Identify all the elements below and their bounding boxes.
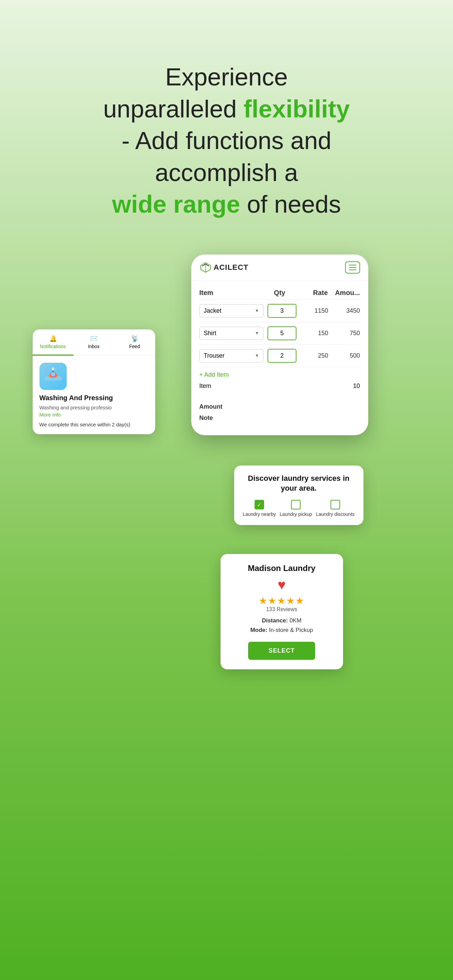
checkbox-discounts[interactable] (331, 500, 340, 509)
item-select-shirt[interactable]: Shirt ▼ (199, 327, 264, 340)
qty-input-trouser[interactable] (267, 349, 296, 363)
discover-title: Discover laundry services in your area. (241, 474, 357, 493)
headline-line3: of needs (240, 191, 341, 218)
logo-icon (199, 261, 212, 274)
total-items-label: Item (199, 382, 211, 390)
item-value-jacket: Jacket (204, 307, 222, 314)
table-row: Jacket ▼ 1150 3450 (199, 300, 360, 322)
menu-button[interactable] (345, 261, 360, 274)
stars: ★★★★★ (229, 595, 335, 606)
table-row: Shirt ▼ 150 750 (199, 322, 360, 345)
service-icon (40, 363, 67, 390)
amount-trouser: 500 (332, 352, 360, 360)
distance-label: Distance: (262, 617, 288, 624)
rate-shirt: 150 (300, 330, 328, 337)
option-pickup: Laundry pickup (280, 500, 312, 517)
item-select-trouser[interactable]: Trouser ▼ (199, 349, 264, 363)
phone-bottom-fields: Amount Note (191, 403, 368, 422)
feed-icon: 📡 (131, 335, 138, 342)
laundry-card-title: Madison Laundry (229, 563, 335, 573)
option-discounts-label: Laundry discounts (316, 511, 354, 517)
option-nearby: ✓ Laundry nearby (243, 500, 276, 517)
tab-inbox[interactable]: ✉️ Inbox (73, 329, 114, 356)
table-row: Trouser ▼ 250 500 (199, 345, 360, 367)
headline-keyword1: flexibility (244, 95, 350, 123)
col-header-item: Item (199, 289, 264, 297)
mode-label: Mode: (250, 627, 267, 633)
item-value-trouser: Trouser (204, 352, 225, 360)
col-header-amount: Amou... (328, 289, 360, 297)
tab-feed-label: Feed (129, 344, 140, 349)
table-header: Item Qty Rate Amou... (199, 286, 360, 300)
checkmark-icon: ✓ (257, 501, 261, 508)
amount-jacket: 3450 (332, 307, 360, 314)
svg-point-5 (52, 368, 54, 370)
option-discounts: Laundry discounts (316, 500, 354, 517)
headline-keyword2: wide range (112, 191, 240, 218)
add-item-link[interactable]: + Add Item (199, 371, 360, 379)
headline-section: Experience unparalleled flexibility - Ad… (73, 0, 380, 241)
qty-input-shirt[interactable] (267, 326, 296, 340)
ham-line-1 (349, 265, 356, 266)
col-header-qty: Qty (264, 289, 296, 297)
rate-trouser: 250 (300, 352, 328, 360)
distance-info: Distance: 0KM (229, 617, 335, 624)
svg-point-4 (51, 372, 55, 376)
note-field-label: Note (199, 414, 360, 422)
col-header-rate: Rate (296, 289, 328, 297)
discover-options: ✓ Laundry nearby Laundry pickup Laundry … (241, 500, 357, 517)
notif-content: Washing And Pressing Washing and pressin… (33, 356, 155, 434)
mode-info: Mode: In-store & Pickup (229, 627, 335, 633)
tab-inbox-label: Inbox (88, 344, 99, 349)
tab-notifications[interactable]: 🔔 Notifications (33, 329, 73, 356)
phone-mockup: ACILECT Item Qty Rate Amou... Jacket ▼ (191, 255, 368, 435)
rate-jacket: 1150 (300, 307, 328, 314)
option-nearby-label: Laundry nearby (243, 511, 276, 517)
item-select-jacket[interactable]: Jacket ▼ (199, 304, 264, 318)
dropdown-arrow: ▼ (255, 353, 259, 358)
reviews-count: 133 Reviews (229, 606, 335, 612)
phone-header: ACILECT (191, 255, 368, 281)
notif-tabs: 🔔 Notifications ✉️ Inbox 📡 Feed (33, 329, 155, 356)
option-pickup-label: Laundry pickup (280, 511, 312, 517)
ui-showcase: ACILECT Item Qty Rate Amou... Jacket ▼ (22, 255, 431, 980)
notif-more-info[interactable]: More Info (40, 412, 148, 417)
amount-field-label: Amount (199, 403, 360, 410)
item-value-shirt: Shirt (204, 330, 216, 337)
qty-input-jacket[interactable] (267, 304, 296, 318)
ham-line-3 (349, 269, 356, 270)
checkbox-pickup[interactable] (291, 500, 300, 509)
ham-line-2 (349, 267, 356, 268)
headline-line2: - Add functions and accomplish a (121, 127, 331, 186)
notif-completion: We complete this service within 2 day(s) (40, 422, 148, 427)
tab-feed[interactable]: 📡 Feed (114, 329, 155, 356)
notif-title: Washing And Pressing (40, 394, 148, 402)
inbox-icon: ✉️ (90, 335, 98, 342)
total-items-value: 10 (353, 382, 360, 390)
checkbox-nearby[interactable]: ✓ (254, 500, 264, 509)
mode-value: In-store & Pickup (269, 627, 313, 633)
notif-description: Washing and pressing professio (40, 404, 148, 410)
select-button[interactable]: SELECT (248, 642, 315, 660)
heart-icon: ♥ (229, 577, 335, 592)
notifications-icon: 🔔 (49, 335, 57, 342)
phone-logo: ACILECT (199, 261, 248, 274)
laundry-card: Madison Laundry ♥ ★★★★★ 133 Reviews Dist… (221, 554, 343, 669)
discover-card: Discover laundry services in your area. … (234, 466, 364, 525)
tab-notifications-label: Notifications (40, 344, 66, 349)
amount-shirt: 750 (332, 330, 360, 337)
notification-card: 🔔 Notifications ✉️ Inbox 📡 Feed (33, 329, 155, 434)
headline-text: Experience unparalleled flexibility - Ad… (101, 61, 353, 221)
distance-value: 0KM (289, 617, 302, 624)
phone-table: Item Qty Rate Amou... Jacket ▼ 1150 3450… (191, 281, 368, 399)
logo-text: ACILECT (214, 263, 248, 272)
dropdown-arrow: ▼ (255, 308, 259, 313)
dropdown-arrow: ▼ (255, 331, 259, 336)
total-row: Item 10 (199, 379, 360, 394)
